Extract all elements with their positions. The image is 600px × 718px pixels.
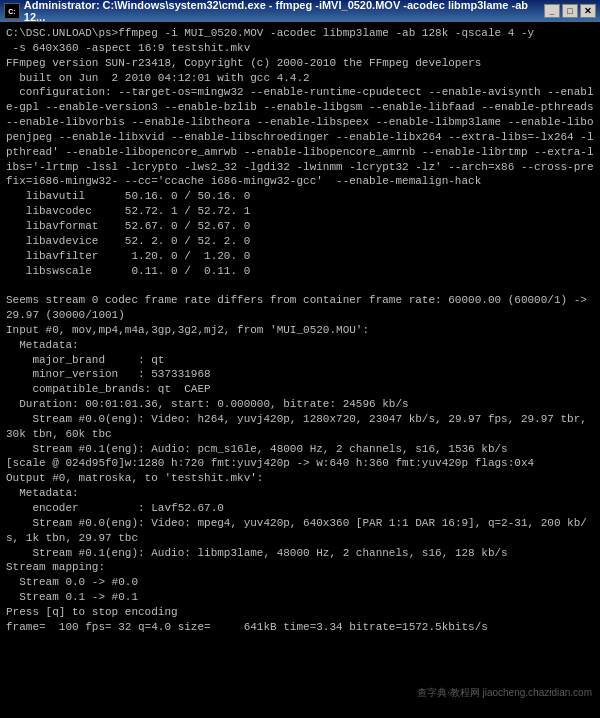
title-bar: Administrator: C:\Windows\system32\cmd.e… (0, 0, 600, 22)
title-bar-buttons: _ □ ✕ (544, 4, 596, 18)
cmd-window: C:\DSC.UNLOAD\ps>ffmpeg -i MUI_0520.MOV … (0, 22, 600, 718)
cmd-icon (4, 3, 20, 19)
title-bar-text: Administrator: C:\Windows\system32\cmd.e… (24, 0, 544, 23)
cmd-output: C:\DSC.UNLOAD\ps>ffmpeg -i MUI_0520.MOV … (6, 26, 594, 714)
watermark: 查字典·教程网 jiaocheng.chazidian.com (417, 686, 592, 700)
maximize-button[interactable]: □ (562, 4, 578, 18)
title-bar-left: Administrator: C:\Windows\system32\cmd.e… (4, 0, 544, 23)
minimize-button[interactable]: _ (544, 4, 560, 18)
window: Administrator: C:\Windows\system32\cmd.e… (0, 0, 600, 718)
close-button[interactable]: ✕ (580, 4, 596, 18)
